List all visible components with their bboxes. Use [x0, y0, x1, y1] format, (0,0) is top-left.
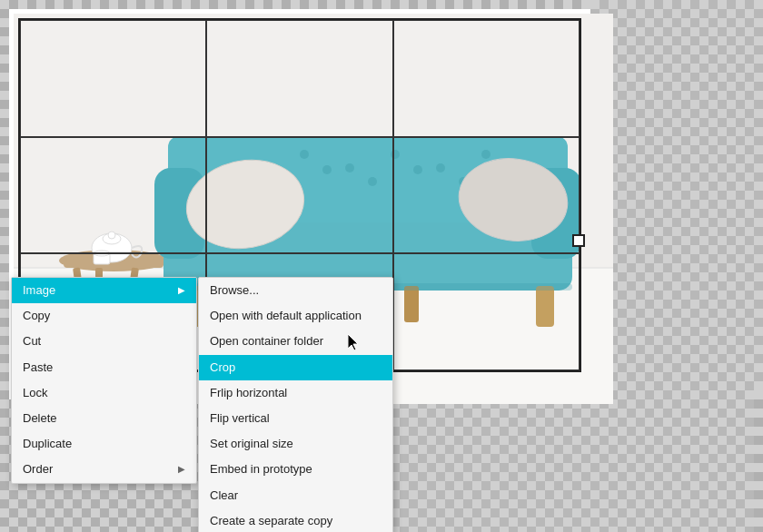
menu-item-paste-label: Paste — [23, 360, 53, 376]
menu-item-copy-label: Copy — [23, 308, 50, 324]
submenu-arrow-icon: ▶ — [178, 284, 185, 297]
menu-item-original-size[interactable]: Set original size — [199, 431, 392, 457]
menu-item-cut[interactable]: Cut — [12, 329, 196, 354]
menu-item-order-label: Order — [23, 461, 53, 478]
svg-point-20 — [436, 163, 445, 172]
menu-item-clear-label: Clear — [210, 488, 238, 504]
menu-item-clear[interactable]: Clear — [199, 483, 392, 508]
menu-item-order[interactable]: Order ▶ — [12, 457, 196, 482]
menu-item-original-size-label: Set original size — [210, 436, 293, 452]
svg-point-23 — [322, 165, 332, 174]
svg-point-17 — [300, 150, 309, 159]
checker-bottom-right — [345, 390, 754, 532]
menu-item-cut-label: Cut — [23, 333, 41, 350]
menu-item-delete-label: Delete — [23, 410, 57, 427]
menu-item-crop[interactable]: Crop — [199, 355, 392, 380]
menu-item-flip-v[interactable]: Flip vertical — [199, 406, 392, 431]
svg-point-13 — [94, 251, 110, 256]
menu-item-browse-label: Browse... — [210, 282, 259, 299]
checker-right — [590, 0, 763, 390]
menu-item-paste[interactable]: Paste — [12, 355, 196, 380]
context-menu-right: Browse... Open with default application … — [198, 277, 393, 532]
svg-rect-33 — [536, 286, 554, 327]
menu-item-embed-prototype-label: Embed in prototype — [210, 461, 312, 478]
menu-item-lock-label: Lock — [23, 385, 47, 401]
menu-item-open-default[interactable]: Open with default application — [199, 303, 392, 329]
resize-handle[interactable] — [572, 234, 585, 247]
svg-point-25 — [413, 165, 422, 174]
context-menu-left: Image ▶ Copy Cut Paste Lock Delete Dupli… — [11, 277, 197, 484]
menu-item-open-folder-label: Open container folder — [210, 333, 323, 350]
menu-item-image[interactable]: Image ▶ — [12, 278, 196, 303]
menu-item-separate-copy[interactable]: Create a separate copy — [199, 508, 392, 532]
svg-point-18 — [345, 163, 354, 172]
menu-item-embed-prototype[interactable]: Embed in prototype — [199, 457, 392, 482]
svg-point-19 — [391, 150, 400, 159]
menu-item-flip-v-label: Flip vertical — [210, 410, 270, 427]
menu-item-duplicate[interactable]: Duplicate — [12, 431, 196, 457]
menu-item-duplicate-label: Duplicate — [23, 436, 72, 452]
menu-item-browse[interactable]: Browse... — [199, 278, 392, 303]
menu-item-crop-label: Crop — [210, 360, 235, 376]
menu-item-image-label: Image — [23, 282, 55, 299]
svg-point-21 — [481, 150, 490, 159]
menu-item-delete[interactable]: Delete — [12, 406, 196, 431]
menu-item-flip-h[interactable]: Frlip horizontal — [199, 380, 392, 406]
menu-item-separate-copy-label: Create a separate copy — [210, 513, 332, 529]
svg-point-24 — [368, 177, 377, 186]
menu-item-open-default-label: Open with default application — [210, 308, 362, 324]
svg-rect-35 — [404, 286, 419, 322]
menu-item-copy[interactable]: Copy — [12, 303, 196, 329]
order-arrow-icon: ▶ — [178, 463, 185, 476]
menu-item-open-folder[interactable]: Open container folder — [199, 329, 392, 354]
menu-item-flip-h-label: Frlip horizontal — [210, 385, 287, 401]
menu-item-lock[interactable]: Lock — [12, 380, 196, 406]
svg-point-11 — [108, 232, 115, 239]
